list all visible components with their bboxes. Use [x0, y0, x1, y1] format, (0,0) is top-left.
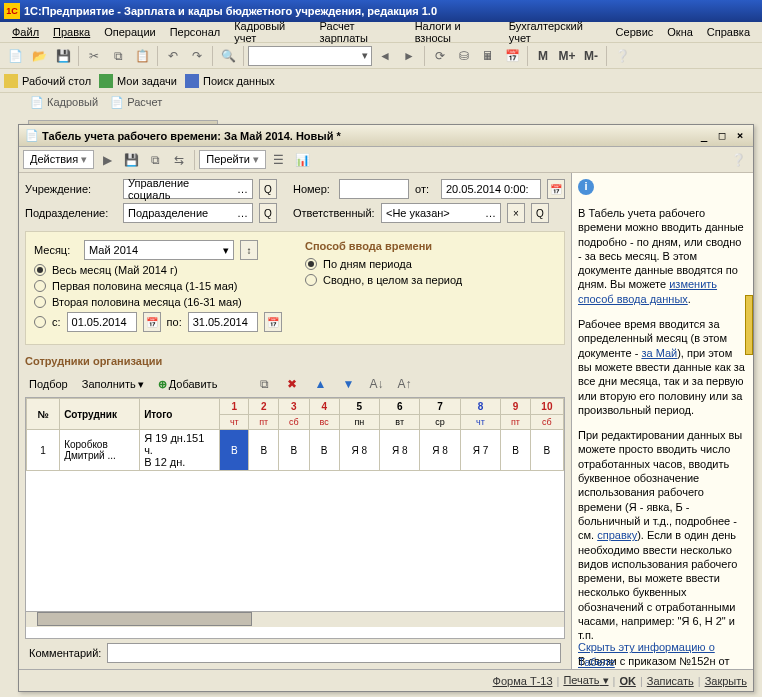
db-icon[interactable]: ⛁: [453, 45, 475, 67]
report-icon[interactable]: 📊: [292, 149, 314, 171]
link-reference[interactable]: справку: [597, 529, 637, 541]
form-t13-link[interactable]: Форма Т-13: [493, 675, 553, 687]
col-num[interactable]: №: [27, 399, 60, 430]
cell-day-5[interactable]: Я 8: [339, 430, 379, 471]
radio-full-month[interactable]: Весь месяц (Май 2014 г): [34, 264, 285, 276]
day-col-10[interactable]: 10: [530, 399, 563, 415]
cell-day-1[interactable]: В: [220, 430, 249, 471]
save-button[interactable]: Записать: [647, 675, 694, 687]
radio-summary[interactable]: Сводно, в целом за период: [305, 274, 556, 286]
radio-custom-period[interactable]: с: 01.05.2014 📅 по: 31.05.2014 📅: [34, 312, 285, 332]
find-icon[interactable]: 🔍: [217, 45, 239, 67]
grid-up-icon[interactable]: ▲: [309, 373, 331, 395]
grid-scrollbar[interactable]: [26, 611, 564, 627]
list-icon[interactable]: ☰: [268, 149, 290, 171]
employees-grid[interactable]: № Сотрудник Итого 12345678910 чтптсбвспн…: [25, 397, 565, 639]
cell-day-9[interactable]: В: [501, 430, 531, 471]
panel-search[interactable]: Поиск данных: [185, 74, 275, 88]
col-total[interactable]: Итого: [140, 399, 220, 430]
date-input[interactable]: 20.05.2014 0:00:: [441, 179, 541, 199]
cell-day-7[interactable]: Я 8: [420, 430, 460, 471]
menu-personnel[interactable]: Персонал: [164, 24, 227, 40]
calc-icon[interactable]: 🖩: [477, 45, 499, 67]
col-employee[interactable]: Сотрудник: [60, 399, 140, 430]
dept-clear-icon[interactable]: Q: [259, 203, 277, 223]
nav-icon[interactable]: ⇆: [168, 149, 190, 171]
copy-doc-icon[interactable]: ⧉: [144, 149, 166, 171]
sort-asc-icon[interactable]: A↓: [365, 373, 387, 395]
min-icon[interactable]: _: [697, 129, 711, 142]
menu-windows[interactable]: Окна: [661, 24, 699, 40]
day-col-3[interactable]: 3: [279, 399, 310, 415]
radio-second-half[interactable]: Вторая половина месяца (16-31 мая): [34, 296, 285, 308]
add-button[interactable]: ⊕ Добавить: [154, 376, 222, 393]
num-input[interactable]: [339, 179, 409, 199]
day-col-9[interactable]: 9: [501, 399, 531, 415]
print-button[interactable]: Печать ▾: [563, 674, 608, 687]
date-picker-icon[interactable]: 📅: [547, 179, 565, 199]
grid-down-icon[interactable]: ▼: [337, 373, 359, 395]
menu-operations[interactable]: Операции: [98, 24, 161, 40]
save-doc-icon[interactable]: 💾: [120, 149, 142, 171]
month-spinner-icon[interactable]: ↕: [240, 240, 258, 260]
resp-clear-icon[interactable]: ×: [507, 203, 525, 223]
resp-lookup-icon[interactable]: Q: [531, 203, 549, 223]
menu-hr[interactable]: Кадровый учет: [228, 18, 311, 46]
cell-day-8[interactable]: Я 7: [460, 430, 500, 471]
cut-icon[interactable]: ✂: [83, 45, 105, 67]
doc-help-icon[interactable]: ❔: [727, 149, 749, 171]
close-icon[interactable]: ×: [733, 129, 747, 142]
day-col-6[interactable]: 6: [380, 399, 420, 415]
cell-day-4[interactable]: В: [309, 430, 339, 471]
nav-back-icon[interactable]: ◄: [374, 45, 396, 67]
redo-icon[interactable]: ↷: [186, 45, 208, 67]
menu-file[interactable]: Файл: [6, 24, 45, 40]
link-month[interactable]: за Май: [641, 347, 677, 359]
max-icon[interactable]: □: [715, 129, 729, 142]
actions-button[interactable]: Действия: [23, 150, 94, 169]
menu-accounting[interactable]: Бухгалтерский учет: [503, 18, 608, 46]
cell-day-3[interactable]: В: [279, 430, 310, 471]
grid-copy-icon[interactable]: ⧉: [253, 373, 275, 395]
grid-delete-icon[interactable]: ✖: [281, 373, 303, 395]
resp-input[interactable]: <Не указан>: [381, 203, 501, 223]
refresh-icon[interactable]: ⟳: [429, 45, 451, 67]
open-icon[interactable]: 📂: [28, 45, 50, 67]
org-input[interactable]: Управление социаль: [123, 179, 253, 199]
day-col-7[interactable]: 7: [420, 399, 460, 415]
nav-fwd-icon[interactable]: ►: [398, 45, 420, 67]
cell-day-10[interactable]: В: [530, 430, 563, 471]
comment-input[interactable]: [107, 643, 561, 663]
to-date-icon[interactable]: 📅: [264, 312, 282, 332]
cell-day-6[interactable]: Я 8: [380, 430, 420, 471]
sort-desc-icon[interactable]: A↑: [393, 373, 415, 395]
day-col-8[interactable]: 8: [460, 399, 500, 415]
m-plus[interactable]: M+: [556, 45, 578, 67]
calendar-icon[interactable]: 📅: [501, 45, 523, 67]
radio-by-days[interactable]: По дням периода: [305, 258, 556, 270]
dept-input[interactable]: Подразделение: [123, 203, 253, 223]
panel-desktop[interactable]: Рабочий стол: [4, 74, 91, 88]
m-minus[interactable]: M-: [580, 45, 602, 67]
radio-first-half[interactable]: Первая половина месяца (1-15 мая): [34, 280, 285, 292]
right-indicator[interactable]: [745, 295, 753, 355]
paste-icon[interactable]: 📋: [131, 45, 153, 67]
org-clear-icon[interactable]: Q: [259, 179, 277, 199]
post-icon[interactable]: ▶: [96, 149, 118, 171]
m-mode[interactable]: M: [532, 45, 554, 67]
panel-tasks[interactable]: Мои задачи: [99, 74, 177, 88]
undo-icon[interactable]: ↶: [162, 45, 184, 67]
toolbar-combo[interactable]: [248, 46, 372, 66]
new-icon[interactable]: 📄: [4, 45, 26, 67]
day-col-2[interactable]: 2: [249, 399, 279, 415]
menu-service[interactable]: Сервис: [610, 24, 660, 40]
help-icon[interactable]: ❔: [611, 45, 633, 67]
cell-employee[interactable]: Коробков Дмитрий ...: [60, 430, 140, 471]
day-col-4[interactable]: 4: [309, 399, 339, 415]
save-icon[interactable]: 💾: [52, 45, 74, 67]
menu-edit[interactable]: Правка: [47, 24, 96, 40]
cell-num[interactable]: 1: [27, 430, 60, 471]
month-input[interactable]: Май 2014: [84, 240, 234, 260]
select-button[interactable]: Подбор: [25, 376, 72, 392]
menu-payroll[interactable]: Расчет зарплаты: [314, 18, 407, 46]
